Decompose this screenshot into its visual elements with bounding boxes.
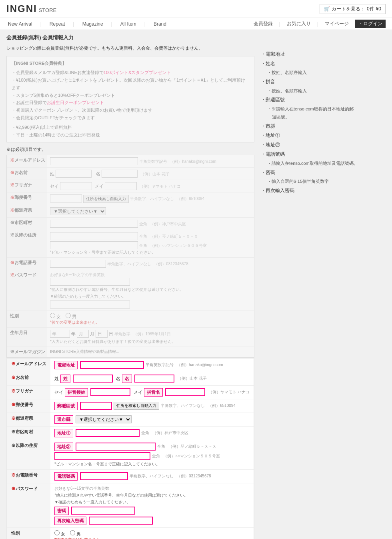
pref-select[interactable]: ▼選択してください▼ bbox=[76, 415, 132, 423]
cart-count: 0件 bbox=[367, 6, 374, 12]
birth-year-top[interactable] bbox=[50, 330, 70, 338]
addr1-highlight: 地址② bbox=[54, 443, 73, 451]
benefit-7: ・¥2,990(税込)以上で送料無料 bbox=[12, 124, 249, 131]
benefit-1: ・会員登録＆メルマガ登録&LINEお友達登録で100ポイント&スタンププレゼント bbox=[12, 69, 249, 76]
city-input[interactable] bbox=[76, 429, 140, 437]
nav-repeat[interactable]: Repeat bbox=[48, 20, 67, 28]
furi-mei-input[interactable] bbox=[165, 388, 205, 396]
addr2-hint: 全角 bbox=[152, 453, 160, 459]
right-item-pref: 市縣 bbox=[261, 122, 386, 131]
benefit-5: ・初回購入でクーポンプレゼント。次回以降のお買い物で使用頂けます bbox=[12, 106, 249, 114]
furi-mei-input-top[interactable] bbox=[105, 182, 137, 190]
zip-hint: 半角数字、ハイフンなし bbox=[161, 403, 205, 409]
zip-search-btn-top[interactable]: 住所を検索し自動入力 bbox=[83, 195, 129, 203]
gender-note: *後での変更は出来ません。 bbox=[54, 537, 250, 539]
nav-brand[interactable]: Brand bbox=[152, 20, 168, 28]
right-item-addr2: 地址② bbox=[261, 141, 386, 150]
email-input[interactable] bbox=[80, 361, 144, 369]
zip-search-btn[interactable]: 住所を検索し自動入力 bbox=[114, 402, 159, 410]
pref-select-top[interactable]: ▼選択してください▼ bbox=[50, 207, 106, 215]
name-mei-input[interactable] bbox=[134, 375, 174, 383]
benefit-8: ・平日・土曜の14時までのご注文は即日発送 bbox=[12, 131, 249, 139]
city-input-top[interactable] bbox=[50, 220, 138, 228]
right-item-name: 姓名 bbox=[261, 60, 386, 68]
right-item-zip: 郵遞區號 bbox=[261, 96, 386, 104]
name-sei-input[interactable] bbox=[73, 375, 113, 383]
overlay-table: ※※メールアドレスメールアドレス 電郵地址 半角英数字記号 （例）hanako@… bbox=[7, 359, 254, 539]
addr-note: *ビル・マンション名・号室まで正確に記入してください。 bbox=[54, 461, 250, 467]
name-mei-highlight: 名 bbox=[122, 375, 132, 383]
overlay-gender-label: 性別 bbox=[7, 527, 50, 539]
right-item-pinyin-order: 按姓、名順序輸入 bbox=[261, 87, 386, 95]
furi-mei-prefix: メイ bbox=[134, 389, 142, 395]
nav-login[interactable]: ・ログイン bbox=[355, 20, 386, 28]
zip-input-top[interactable] bbox=[50, 194, 82, 202]
overlay-furi-label: ※フリガナ bbox=[7, 385, 50, 399]
name-sei-input-top[interactable] bbox=[56, 170, 92, 178]
right-item-email: 電郵地址 bbox=[261, 50, 386, 59]
overlay-pref-row: ※都道府県 選市縣 ▼選択してください▼ bbox=[7, 413, 254, 426]
nav-magazine[interactable]: Magazine bbox=[81, 20, 105, 28]
overlay-city-row: ※市区町村 地址① 全角 （例）神戸市中央区 bbox=[7, 426, 254, 440]
birth-month-top[interactable] bbox=[77, 330, 89, 338]
pw-confirm-input-top[interactable] bbox=[50, 301, 130, 309]
furi-mei-highlight: 拼音名 bbox=[144, 388, 163, 397]
gender-male-label[interactable]: 男 bbox=[70, 530, 81, 537]
tel-input-top[interactable] bbox=[50, 260, 106, 268]
furi-sei-input-top[interactable] bbox=[60, 182, 92, 190]
pref-highlight: 選市縣 bbox=[54, 415, 73, 424]
pw-input-top[interactable] bbox=[50, 278, 130, 286]
tel-example: （例）0312345678 bbox=[177, 473, 211, 479]
tel-input[interactable] bbox=[80, 472, 128, 480]
cart-area[interactable]: 🛒 カートを見る： 0件 ¥0 bbox=[320, 4, 386, 14]
addr1-input-top[interactable] bbox=[50, 232, 138, 240]
overlay-addr-label: ※以降の住所 bbox=[7, 440, 50, 469]
email-example: （例）hanako@ingni.com bbox=[177, 362, 223, 368]
nav-mypage[interactable]: マイページ bbox=[323, 20, 350, 28]
header: INGNI STORE 🛒 カートを見る： 0件 ¥0 bbox=[0, 0, 392, 18]
birth-day-top[interactable] bbox=[96, 330, 108, 338]
right-column: 電郵地址 姓名 按姓、名順序輸入 拼音 按姓、名順序輸入 郵遞區號 ※請輸入在t… bbox=[261, 34, 386, 539]
form-section-top: ※メールアドレス 半角英数字記号 （例）hanako@ingni.com ※お名… bbox=[6, 155, 254, 358]
email-input-top[interactable] bbox=[50, 157, 138, 165]
benefits-box: 【INGNI STORE会員特典】 ・会員登録＆メルマガ登録&LINEお友達登録… bbox=[6, 56, 254, 142]
name-sei-highlight: 姓 bbox=[60, 375, 70, 383]
gender-female-label[interactable]: 女 bbox=[54, 530, 65, 537]
gender-female-top[interactable] bbox=[50, 313, 55, 318]
addr1-input[interactable] bbox=[76, 443, 156, 451]
addr2-input-top[interactable] bbox=[50, 241, 138, 249]
pw-reenter-highlight: 再次輸入密碼 bbox=[54, 517, 86, 525]
tel-highlight: 電話號碼 bbox=[54, 472, 78, 481]
addr1-example: （例）琴ノ緒町５－Ｘ－Ｘ bbox=[168, 444, 216, 449]
nav-register[interactable]: 会員登録 bbox=[252, 20, 274, 28]
nav-all-item[interactable]: All Item bbox=[119, 20, 138, 28]
zip-input[interactable] bbox=[80, 402, 112, 410]
addr2-input[interactable] bbox=[54, 452, 150, 460]
furi-sei-highlight: 拼音接姓 bbox=[65, 388, 88, 397]
right-item-pw-note: 輸入自選的6-15個半角英数字 bbox=[261, 178, 386, 186]
pw-confirm-input[interactable] bbox=[89, 517, 153, 525]
overlay-tel-label: ※お電話番号 bbox=[7, 469, 50, 483]
right-item-tel: 電話號碼 bbox=[261, 150, 386, 159]
email-highlight-label: 電郵地址 bbox=[54, 361, 78, 369]
benefit-6: ・会員限定のOUTLETがチェックできます bbox=[12, 114, 249, 122]
overlay-email-label: ※※メールアドレスメールアドレス bbox=[7, 359, 50, 372]
addr1-hint: 全角 bbox=[157, 444, 165, 449]
pw-note2: ▼確認のためもう一度入力してください。 bbox=[54, 499, 250, 505]
overlay-pw-row: ※パスワード お好きな6〜15文字の半角英数 *他人に推測されやすい電話番号、生… bbox=[7, 483, 254, 527]
overlay-name-row: ※お名前 姓 姓 名 名 （例）山本 花子 bbox=[7, 372, 254, 385]
nav-favorites[interactable]: お気に入り bbox=[285, 20, 312, 28]
gender-female-radio[interactable] bbox=[54, 530, 60, 535]
right-item-tel-note: 請輸入在tenso.com取得的地址及電話號碼。 bbox=[261, 160, 386, 168]
furi-sei-input[interactable] bbox=[90, 388, 130, 396]
zip-highlight: 郵遞區號 bbox=[54, 402, 78, 410]
pw-input[interactable] bbox=[71, 507, 135, 515]
name-mei-input-top[interactable] bbox=[102, 170, 138, 178]
cart-label: カートを見る： bbox=[332, 6, 365, 12]
gender-male-radio[interactable] bbox=[70, 530, 75, 535]
right-item-name-order: 按姓、名順序輸入 bbox=[261, 69, 386, 77]
benefit-2: ・¥100(税抜)お買い上げごとに1ポイントをプレゼント。次回以降のお買い物から… bbox=[12, 76, 249, 91]
overlay-pw-label: ※パスワード bbox=[7, 483, 50, 527]
nav-new-arrival[interactable]: New Arrival bbox=[6, 20, 34, 28]
gender-male-top[interactable] bbox=[66, 313, 71, 318]
